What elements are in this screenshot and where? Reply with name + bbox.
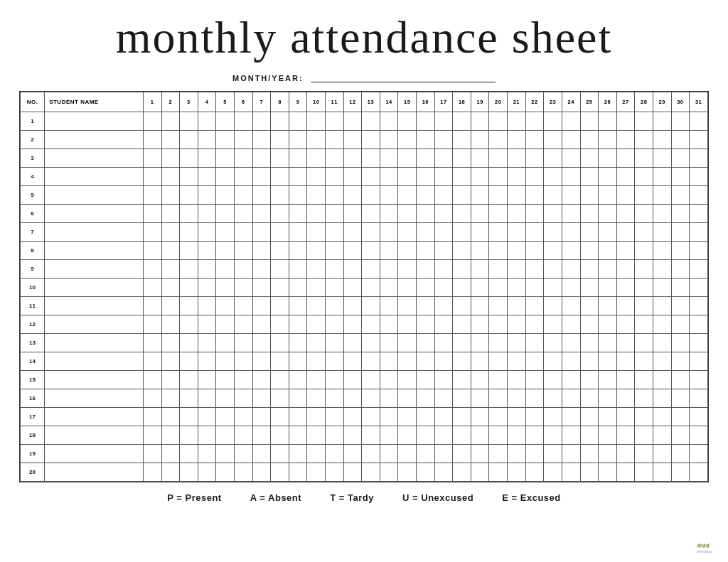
cell-row2-day31[interactable]: [690, 131, 708, 149]
cell-row12-day11[interactable]: [325, 315, 343, 334]
cell-row19-day1[interactable]: [143, 445, 161, 463]
cell-row2-day22[interactable]: [525, 131, 544, 149]
student-name-14[interactable]: [45, 352, 144, 371]
cell-row18-day13[interactable]: [362, 426, 380, 445]
cell-row15-day24[interactable]: [562, 371, 580, 389]
cell-row12-day15[interactable]: [398, 315, 417, 334]
cell-row9-day11[interactable]: [325, 260, 343, 279]
cell-row18-day20[interactable]: [489, 426, 508, 445]
cell-row18-day26[interactable]: [599, 426, 617, 445]
cell-row18-day6[interactable]: [234, 426, 252, 445]
cell-row9-day8[interactable]: [271, 260, 289, 279]
cell-row8-day5[interactable]: [216, 242, 235, 260]
cell-row3-day26[interactable]: [599, 149, 617, 168]
cell-row15-day19[interactable]: [471, 371, 489, 389]
cell-row1-day18[interactable]: [453, 112, 471, 131]
cell-row6-day23[interactable]: [544, 205, 562, 223]
cell-row13-day23[interactable]: [544, 334, 562, 352]
cell-row1-day9[interactable]: [289, 112, 307, 131]
cell-row12-day20[interactable]: [489, 315, 508, 334]
cell-row11-day25[interactable]: [580, 297, 599, 315]
cell-row13-day16[interactable]: [417, 334, 435, 352]
cell-row9-day16[interactable]: [417, 260, 435, 279]
cell-row20-day19[interactable]: [471, 463, 489, 482]
cell-row18-day19[interactable]: [471, 426, 489, 445]
cell-row14-day12[interactable]: [343, 352, 362, 371]
cell-row19-day20[interactable]: [489, 445, 508, 463]
cell-row12-day10[interactable]: [307, 315, 326, 334]
cell-row7-day16[interactable]: [417, 223, 435, 242]
cell-row10-day11[interactable]: [325, 279, 343, 297]
cell-row9-day1[interactable]: [143, 260, 161, 279]
cell-row11-day14[interactable]: [380, 297, 398, 315]
cell-row12-day29[interactable]: [653, 315, 671, 334]
cell-row4-day20[interactable]: [489, 168, 508, 186]
cell-row10-day24[interactable]: [562, 279, 580, 297]
cell-row19-day28[interactable]: [635, 445, 653, 463]
cell-row9-day23[interactable]: [544, 260, 562, 279]
cell-row2-day5[interactable]: [216, 131, 235, 149]
cell-row2-day26[interactable]: [599, 131, 617, 149]
cell-row19-day31[interactable]: [690, 445, 708, 463]
cell-row20-day4[interactable]: [198, 463, 216, 482]
cell-row12-day16[interactable]: [417, 315, 435, 334]
cell-row19-day7[interactable]: [252, 445, 271, 463]
cell-row7-day17[interactable]: [434, 223, 453, 242]
cell-row15-day20[interactable]: [489, 371, 508, 389]
cell-row1-day24[interactable]: [562, 112, 580, 131]
cell-row17-day14[interactable]: [380, 408, 398, 426]
cell-row16-day6[interactable]: [234, 389, 252, 408]
cell-row2-day23[interactable]: [544, 131, 562, 149]
cell-row9-day10[interactable]: [307, 260, 326, 279]
cell-row20-day2[interactable]: [161, 463, 180, 482]
cell-row15-day16[interactable]: [417, 371, 435, 389]
cell-row7-day11[interactable]: [325, 223, 343, 242]
cell-row4-day8[interactable]: [271, 168, 289, 186]
cell-row15-day14[interactable]: [380, 371, 398, 389]
cell-row2-day6[interactable]: [234, 131, 252, 149]
cell-row3-day3[interactable]: [180, 149, 198, 168]
cell-row15-day25[interactable]: [580, 371, 599, 389]
cell-row14-day4[interactable]: [198, 352, 216, 371]
cell-row9-day21[interactable]: [508, 260, 526, 279]
cell-row14-day11[interactable]: [325, 352, 343, 371]
cell-row12-day3[interactable]: [180, 315, 198, 334]
student-name-5[interactable]: [45, 186, 144, 205]
cell-row14-day14[interactable]: [380, 352, 398, 371]
cell-row7-day29[interactable]: [653, 223, 671, 242]
cell-row19-day21[interactable]: [508, 445, 526, 463]
cell-row3-day24[interactable]: [562, 149, 580, 168]
cell-row13-day7[interactable]: [252, 334, 271, 352]
cell-row11-day11[interactable]: [325, 297, 343, 315]
cell-row4-day9[interactable]: [289, 168, 307, 186]
cell-row9-day30[interactable]: [671, 260, 690, 279]
cell-row4-day7[interactable]: [252, 168, 271, 186]
cell-row5-day16[interactable]: [417, 186, 435, 205]
cell-row4-day23[interactable]: [544, 168, 562, 186]
student-name-15[interactable]: [45, 371, 144, 389]
cell-row14-day30[interactable]: [671, 352, 690, 371]
cell-row7-day10[interactable]: [307, 223, 326, 242]
cell-row10-day22[interactable]: [525, 279, 544, 297]
cell-row1-day13[interactable]: [362, 112, 380, 131]
cell-row13-day30[interactable]: [671, 334, 690, 352]
cell-row3-day8[interactable]: [271, 149, 289, 168]
cell-row8-day19[interactable]: [471, 242, 489, 260]
student-name-4[interactable]: [45, 168, 144, 186]
cell-row10-day10[interactable]: [307, 279, 326, 297]
cell-row13-day2[interactable]: [161, 334, 180, 352]
cell-row13-day6[interactable]: [234, 334, 252, 352]
cell-row11-day26[interactable]: [599, 297, 617, 315]
cell-row17-day10[interactable]: [307, 408, 326, 426]
cell-row8-day12[interactable]: [343, 242, 362, 260]
cell-row15-day9[interactable]: [289, 371, 307, 389]
cell-row8-day18[interactable]: [453, 242, 471, 260]
cell-row18-day23[interactable]: [544, 426, 562, 445]
cell-row4-day16[interactable]: [417, 168, 435, 186]
cell-row20-day11[interactable]: [325, 463, 343, 482]
cell-row11-day4[interactable]: [198, 297, 216, 315]
cell-row6-day11[interactable]: [325, 205, 343, 223]
cell-row6-day9[interactable]: [289, 205, 307, 223]
cell-row14-day23[interactable]: [544, 352, 562, 371]
cell-row16-day22[interactable]: [525, 389, 544, 408]
